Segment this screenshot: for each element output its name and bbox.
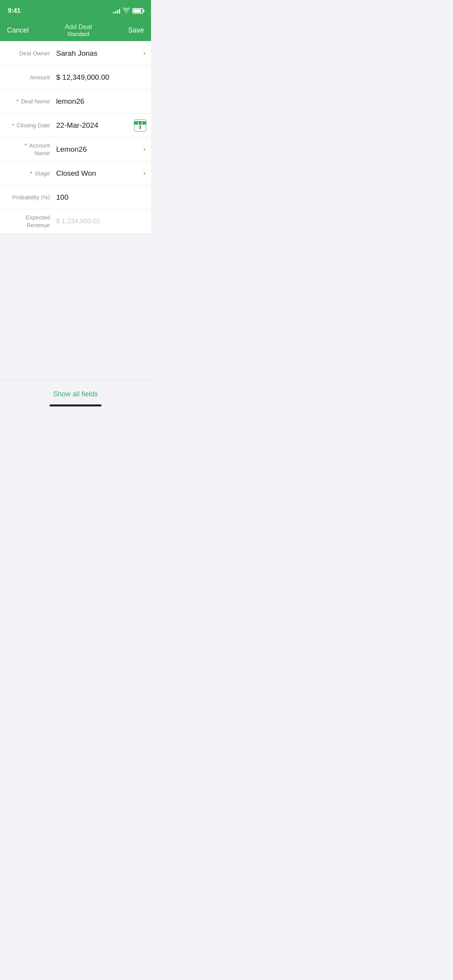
wifi-icon bbox=[123, 8, 130, 14]
probability-row[interactable]: Probability (%) 100 bbox=[0, 185, 151, 209]
account-name-label: * AccountName bbox=[0, 142, 56, 157]
account-name-wrapper[interactable]: Lemon26 › bbox=[56, 145, 151, 154]
stage-chevron-icon: › bbox=[143, 169, 146, 177]
status-icons bbox=[113, 8, 143, 14]
status-time: 9:41 bbox=[8, 7, 21, 15]
nav-title: Add Deal bbox=[65, 23, 92, 31]
amount-wrapper[interactable]: $ 12,349,000.00 bbox=[56, 73, 151, 82]
deal-name-value[interactable]: lemon26 bbox=[56, 97, 151, 106]
deal-owner-chevron-icon: › bbox=[143, 49, 146, 57]
cancel-button[interactable]: Cancel bbox=[7, 26, 29, 34]
status-bar: 9:41 bbox=[0, 0, 151, 19]
calendar-icon[interactable]: 1 bbox=[134, 119, 146, 132]
expected-revenue-wrapper[interactable]: $ 1,234,900.00 bbox=[56, 218, 151, 225]
battery-icon bbox=[132, 8, 143, 14]
probability-value[interactable]: 100 bbox=[56, 193, 151, 202]
deal-name-wrapper[interactable]: lemon26 bbox=[56, 97, 151, 106]
stage-value[interactable]: Closed Won bbox=[56, 169, 151, 178]
closing-date-row[interactable]: * Closing Date 22-Mar-2024 1 bbox=[0, 113, 151, 137]
nav-title-group: Add Deal Standard bbox=[65, 23, 92, 37]
home-indicator bbox=[50, 404, 101, 406]
probability-label: Probability (%) bbox=[0, 194, 56, 201]
stage-wrapper[interactable]: Closed Won › bbox=[56, 169, 151, 178]
save-button[interactable]: Save bbox=[128, 26, 144, 34]
deal-name-row[interactable]: * Deal Name lemon26 bbox=[0, 89, 151, 113]
deal-owner-row[interactable]: Deal Owner Sarah Jonas › bbox=[0, 41, 151, 65]
account-name-chevron-icon: › bbox=[143, 145, 146, 153]
deal-owner-value[interactable]: Sarah Jonas bbox=[56, 49, 151, 58]
probability-wrapper[interactable]: 100 bbox=[56, 193, 151, 202]
empty-area bbox=[0, 233, 151, 380]
form-container: Deal Owner Sarah Jonas › Amount $ 12,349… bbox=[0, 41, 151, 233]
amount-row[interactable]: Amount $ 12,349,000.00 bbox=[0, 65, 151, 89]
amount-label: Amount bbox=[0, 74, 56, 81]
stage-row[interactable]: * Stage Closed Won › bbox=[0, 161, 151, 185]
bottom-bar: Show all fields bbox=[0, 380, 151, 411]
expected-revenue-label: ExpectedRevenue bbox=[0, 214, 56, 229]
expected-revenue-value[interactable]: $ 1,234,900.00 bbox=[56, 218, 151, 225]
stage-label: * Stage bbox=[0, 170, 56, 177]
deal-owner-label: Deal Owner bbox=[0, 50, 56, 57]
stage-required-star: * bbox=[30, 170, 33, 176]
calendar-day: 1 bbox=[139, 125, 141, 129]
account-name-row[interactable]: * AccountName Lemon26 › bbox=[0, 137, 151, 161]
account-name-required-star: * bbox=[25, 142, 27, 149]
deal-name-required-star: * bbox=[16, 98, 19, 105]
closing-date-required-star: * bbox=[12, 122, 14, 128]
account-name-value[interactable]: Lemon26 bbox=[56, 145, 151, 154]
deal-owner-wrapper[interactable]: Sarah Jonas › bbox=[56, 49, 151, 58]
nav-subtitle: Standard bbox=[65, 31, 92, 37]
signal-icon bbox=[113, 8, 120, 14]
closing-date-label: * Closing Date bbox=[0, 122, 56, 129]
expected-revenue-row[interactable]: ExpectedRevenue $ 1,234,900.00 bbox=[0, 209, 151, 233]
show-all-fields-button[interactable]: Show all fields bbox=[45, 388, 105, 401]
closing-date-wrapper[interactable]: 22-Mar-2024 1 bbox=[56, 121, 151, 130]
nav-bar: Cancel Add Deal Standard Save bbox=[0, 19, 151, 41]
deal-name-label: * Deal Name bbox=[0, 98, 56, 105]
amount-value[interactable]: $ 12,349,000.00 bbox=[56, 73, 151, 82]
